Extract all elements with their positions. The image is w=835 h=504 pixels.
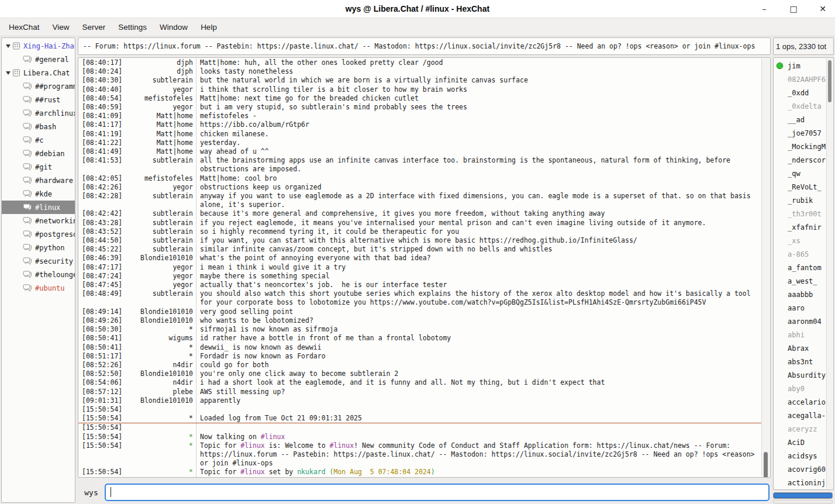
menu-item-help[interactable]: Help [194, 20, 223, 34]
user-list-item[interactable]: abs3nt [774, 355, 833, 368]
user-list-item[interactable]: a_fantom [774, 261, 833, 274]
sidebar-item--c[interactable]: #c [2, 133, 75, 147]
user-nick: actioninj [788, 479, 826, 487]
tree-item-label: ##rust [35, 96, 60, 104]
user-list-item[interactable]: 082AAHPF6 [774, 73, 833, 86]
message-text: sifrmoja1 is now known as sifrmoja [196, 325, 762, 334]
message-text: what's the point of annoying everyone wi… [196, 254, 762, 263]
user-nick: _rubik [788, 196, 813, 205]
menu-item-window[interactable]: Window [153, 20, 194, 34]
user-nick: a-865 [788, 250, 809, 258]
user-list-item[interactable]: Abrax [774, 341, 833, 355]
maximize-icon[interactable]: □ [786, 1, 801, 16]
sidebar-item--hardware[interactable]: #hardware [2, 174, 75, 187]
user-nick: abhi [788, 331, 805, 339]
sidebar-item--debian[interactable]: #debian [2, 147, 75, 160]
lag-meter [773, 492, 833, 499]
user-list-rows: jim082AAHPF6_0xdd_0xdelta__ad_joe7057_Mo… [774, 59, 833, 489]
sidebar-server-xing-hai-zhan[interactable]: Xing-Hai-Zhan [2, 39, 75, 53]
user-list-item[interactable]: aaro [774, 301, 833, 315]
message-timestamp: [15:50:54] [78, 405, 134, 414]
sidebar-item--archlinux[interactable]: #archlinux [2, 106, 75, 120]
sidebar-item--python[interactable]: #python [2, 241, 75, 254]
chat-message-row: [08:43:28]subtlerainif you reject eaglem… [78, 219, 762, 227]
user-nick: __ad [788, 116, 805, 124]
sidebar-item--general[interactable]: #general [2, 53, 75, 66]
user-list-item[interactable]: _MockingM [774, 140, 833, 153]
menu-item-hexchat[interactable]: HexChat [2, 20, 46, 34]
user-list-item[interactable]: _ReVoLt_ [774, 180, 833, 194]
tree-item-label: #networking [35, 217, 75, 225]
user-list-item[interactable]: jim [774, 59, 833, 73]
menu-item-view[interactable]: View [46, 20, 76, 34]
chat-area[interactable]: [08:40:17]djphMatt|home: huh, all the ot… [78, 57, 771, 478]
menu-item-server[interactable]: Server [76, 20, 112, 34]
sidebar-item--linux[interactable]: #linux [2, 201, 75, 214]
user-list-item[interactable]: _th3r00t [774, 207, 833, 220]
user-list-item[interactable]: a_west_ [774, 274, 833, 288]
message-text: apparently [196, 396, 762, 405]
user-list-item[interactable]: _0xdd [774, 86, 833, 99]
sidebar-item--git[interactable]: #git [2, 160, 75, 174]
user-list-item[interactable]: abhi [774, 328, 833, 341]
user-list-item[interactable]: Absurdity [774, 368, 833, 382]
user-list-item[interactable]: _xs [774, 234, 833, 247]
user-list-item[interactable]: _nderscor [774, 153, 833, 167]
message-text: id rather have a bottle in front of me t… [196, 334, 762, 343]
server-tree[interactable]: Xing-Hai-Zhan#generalLibera.Chat##progra… [1, 37, 75, 503]
expander-icon[interactable] [4, 42, 12, 50]
sidebar-item--postgresql[interactable]: #postgresql [2, 227, 75, 241]
message-text: who wants to be lobotomized? [196, 316, 762, 325]
user-nick: Abrax [788, 344, 809, 353]
user-list-item[interactable]: aaabbb [774, 288, 833, 301]
channel-icon [23, 177, 32, 185]
sidebar-item--kde[interactable]: #kde [2, 187, 75, 201]
sidebar-server-libera-chat[interactable]: Libera.Chat [2, 66, 75, 80]
minimize-icon[interactable]: – [757, 1, 772, 16]
close-icon[interactable]: ✕ [815, 1, 830, 16]
user-list-item[interactable]: actioninj [774, 476, 833, 489]
sidebar-item--ubuntu[interactable]: #ubuntu [2, 281, 75, 295]
message-timestamp: [08:48:49] [78, 289, 134, 307]
sidebar-item--thelounge[interactable]: #thelounge [2, 268, 75, 281]
user-list-item[interactable]: acovrig60 [774, 462, 833, 476]
sidebar-item--bash[interactable]: #bash [2, 120, 75, 133]
user-list-item[interactable]: _rubik [774, 194, 833, 207]
chat-scrollbar-thumb[interactable] [764, 452, 768, 478]
message-text: AWS still messing up? [196, 388, 762, 396]
user-nick: accelario [788, 398, 826, 406]
menu-item-settings[interactable]: Settings [112, 20, 153, 34]
sidebar-item--security[interactable]: #security [2, 254, 75, 268]
tree-item-label: Xing-Hai-Zhan [23, 42, 75, 50]
user-list-item[interactable]: aby0 [774, 382, 833, 395]
topic-bar[interactable]: -- Forum: https://linux.forum -- Pastebi… [78, 37, 771, 55]
userlist-scrollbar-thumb[interactable] [828, 60, 831, 102]
user-list-item[interactable]: aaronm04 [774, 315, 833, 328]
user-list-item[interactable]: _qw [774, 167, 833, 180]
user-list-item[interactable]: _0xdelta [774, 99, 833, 113]
user-list-item[interactable]: _joe7057 [774, 126, 833, 140]
expander-icon[interactable] [4, 68, 12, 77]
message-nick: plebe [134, 388, 196, 396]
user-list-item[interactable]: AciD [774, 436, 833, 449]
sidebar-item--networking[interactable]: #networking [2, 214, 75, 227]
user-list-item[interactable]: a-865 [774, 247, 833, 261]
server-icon [12, 69, 20, 77]
user-list-item[interactable]: acidsys [774, 449, 833, 462]
user-list-item[interactable]: _xfafnir [774, 220, 833, 234]
user-list-item[interactable]: aceryzz [774, 422, 833, 436]
sidebar-item--rust[interactable]: ##rust [2, 93, 75, 106]
message-timestamp: [08:47:24] [78, 272, 134, 281]
user-list-item[interactable]: accelario [774, 395, 833, 409]
user-list[interactable]: jim082AAHPF6_0xdd_0xdelta__ad_joe7057_Mo… [773, 57, 834, 490]
chat-message-row: [08:50:30]*sifrmoja1 is now known as sif… [78, 325, 762, 334]
message-timestamp: [08:40:17] [78, 58, 134, 67]
user-list-item[interactable]: acegalla- [774, 409, 833, 422]
chat-scrollbar[interactable] [761, 58, 770, 477]
message-text: all the brainstorming apps use an infini… [196, 156, 762, 174]
userlist-scrollbar[interactable] [826, 58, 833, 489]
sidebar-item--programming[interactable]: ##programming [2, 80, 75, 93]
user-list-item[interactable]: __ad [774, 113, 833, 126]
message-input[interactable] [105, 484, 770, 501]
chat-message-row: [15:50:54]*Topic for #linux is: Welcome … [78, 441, 762, 468]
